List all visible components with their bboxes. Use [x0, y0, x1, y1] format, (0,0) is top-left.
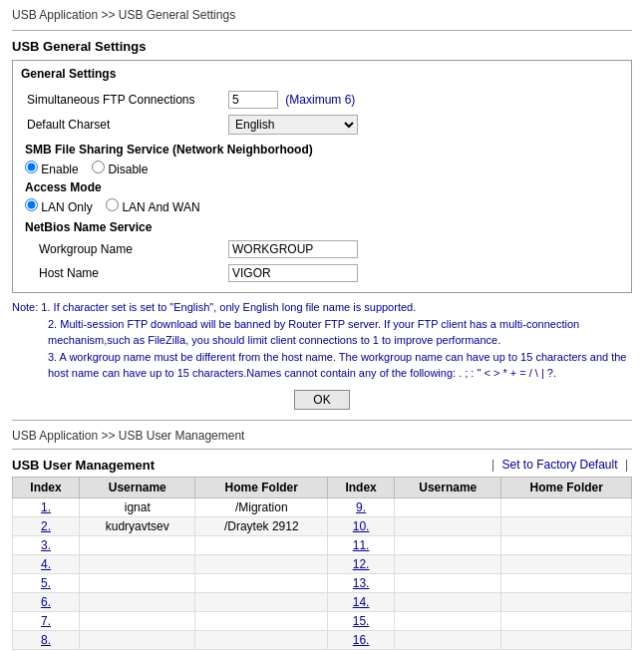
netbios-label: NetBios Name Service [21, 216, 623, 236]
ftp-label: Simultaneous FTP Connections [23, 89, 222, 111]
index-link[interactable]: 2. [41, 519, 51, 533]
general-settings-box: General Settings Simultaneous FTP Connec… [12, 60, 632, 293]
table-cell [80, 535, 195, 554]
table-cell: /Migration [195, 497, 328, 516]
table-row: 7.15. [13, 611, 632, 630]
table-row: 6.14. [13, 592, 632, 611]
table-cell [195, 630, 328, 649]
index-link[interactable]: 11. [353, 538, 370, 552]
index-link[interactable]: 13. [353, 576, 370, 590]
table-cell [195, 535, 328, 554]
table-cell [395, 535, 501, 554]
table-row: 2.kudryavtsev/Draytek 291210. [13, 516, 632, 535]
table-cell [395, 611, 501, 630]
notes-section: Note: 1. If character set is set to "Eng… [12, 299, 632, 382]
table-cell [195, 592, 328, 611]
table-row: 4.12. [13, 554, 632, 573]
table-cell [501, 611, 632, 630]
index-link[interactable]: 9. [356, 500, 366, 514]
disable-label[interactable]: Disable [92, 163, 148, 176]
table-cell [501, 554, 632, 573]
usb-user-header: USB User Management | Set to Factory Def… [12, 458, 632, 473]
table-cell [195, 611, 328, 630]
workgroup-label: Workgroup Name [23, 238, 222, 260]
table-cell [395, 592, 501, 611]
index-link[interactable]: 12. [353, 557, 370, 571]
table-cell [501, 516, 632, 535]
factory-default-link[interactable]: Set to Factory Default [501, 458, 617, 472]
ftp-input[interactable] [228, 91, 278, 109]
index-link[interactable]: 1. [41, 500, 51, 514]
table-cell: ignat [80, 497, 195, 516]
smb-label: SMB File Sharing Service (Network Neighb… [21, 139, 623, 159]
enable-disable-row: Enable Disable [21, 159, 623, 178]
settings-form: Simultaneous FTP Connections (Maximum 6)… [21, 87, 623, 139]
pipe-right: | [625, 458, 628, 472]
ok-row: OK [12, 390, 632, 410]
note3: 3. A workgroup name must be different fr… [48, 349, 632, 382]
lan-only-radio[interactable] [25, 198, 38, 211]
index-link[interactable]: 7. [41, 614, 51, 628]
charset-label: Default Charset [23, 113, 222, 137]
lan-wan-radio[interactable] [106, 198, 119, 211]
table-cell [395, 497, 501, 516]
table-row: 8.16. [13, 630, 632, 649]
table-cell [80, 554, 195, 573]
table-cell [501, 630, 632, 649]
access-mode-row: LAN Only LAN And WAN [21, 196, 623, 216]
hostname-input[interactable] [228, 264, 358, 282]
access-mode-label: Access Mode [21, 178, 623, 196]
note1: Note: 1. If character set is set to "Eng… [12, 299, 632, 316]
col-folder1: Home Folder [195, 477, 328, 497]
table-cell: /Draytek 2912 [195, 516, 328, 535]
disable-radio[interactable] [92, 161, 105, 173]
table-row: 5.13. [13, 573, 632, 592]
netbios-form: Workgroup Name Host Name [21, 236, 623, 286]
table-cell [501, 592, 632, 611]
enable-radio[interactable] [25, 161, 38, 173]
section2-title: USB User Management [12, 458, 155, 473]
table-cell: kudryavtsev [80, 516, 195, 535]
col-username1: Username [80, 477, 195, 497]
col-index2: Index [328, 477, 395, 497]
table-cell [501, 535, 632, 554]
table-cell [395, 516, 501, 535]
ok-button[interactable]: OK [294, 390, 349, 410]
table-cell [195, 573, 328, 592]
table-cell [395, 630, 501, 649]
table-cell [80, 573, 195, 592]
breadcrumb2: USB Application >> USB User Management [12, 429, 632, 443]
index-link[interactable]: 5. [41, 576, 51, 590]
pipe-left: | [491, 458, 494, 472]
table-cell [501, 573, 632, 592]
breadcrumb1: USB Application >> USB General Settings [12, 8, 632, 22]
index-link[interactable]: 14. [353, 595, 370, 609]
workgroup-input[interactable] [228, 240, 358, 258]
index-link[interactable]: 3. [41, 538, 51, 552]
lan-wan-label[interactable]: LAN And WAN [106, 200, 200, 214]
lan-only-label[interactable]: LAN Only [25, 200, 96, 214]
charset-select[interactable]: English UTF-8 Big5 GB2312 [228, 115, 358, 135]
col-folder2: Home Folder [501, 477, 632, 497]
index-link[interactable]: 4. [41, 557, 51, 571]
col-username2: Username [395, 477, 501, 497]
col-index1: Index [13, 477, 80, 497]
index-link[interactable]: 8. [41, 633, 51, 647]
table-cell [395, 573, 501, 592]
index-link[interactable]: 15. [353, 614, 370, 628]
note2: 2. Multi-session FTP download will be ba… [48, 316, 632, 349]
hostname-label: Host Name [23, 262, 222, 284]
ftp-max: (Maximum 6) [285, 93, 355, 107]
box-title: General Settings [21, 67, 623, 81]
index-link[interactable]: 6. [41, 595, 51, 609]
table-row: 3.11. [13, 535, 632, 554]
factory-default-area: | Set to Factory Default | [487, 458, 632, 472]
enable-label[interactable]: Enable [25, 163, 82, 176]
table-row: 1.ignat/Migration9. [13, 497, 632, 516]
table-cell [395, 554, 501, 573]
table-cell [195, 554, 328, 573]
table-cell [80, 592, 195, 611]
index-link[interactable]: 10. [353, 519, 370, 533]
index-link[interactable]: 16. [353, 633, 370, 647]
table-cell [501, 497, 632, 516]
